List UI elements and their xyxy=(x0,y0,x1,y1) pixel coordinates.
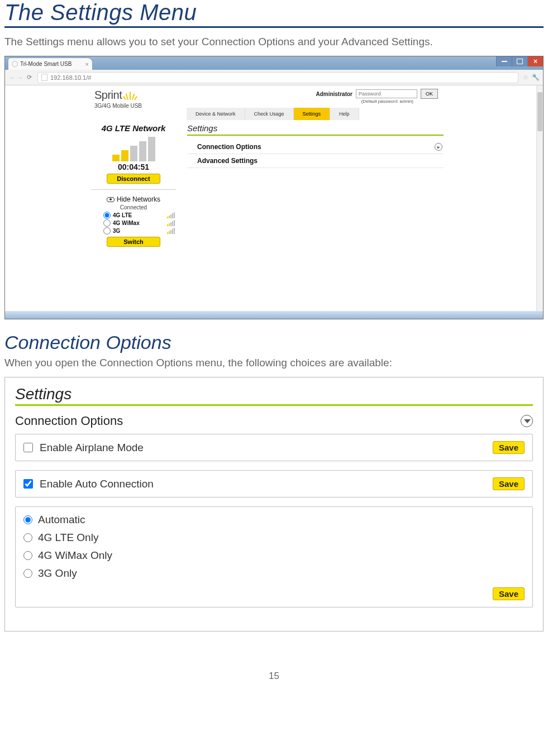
eye-icon xyxy=(107,197,115,202)
network-radio[interactable] xyxy=(103,227,111,235)
browser-tabstrip: Tri-Mode Smart USB × × xyxy=(5,56,543,70)
section-connection-options-title: Connection Options xyxy=(4,332,544,353)
lead-paragraph: The Settings menu allows you to set your… xyxy=(4,36,544,48)
left-panel: 4G LTE Network 00:04:51 Disconnect Hide … xyxy=(89,123,178,249)
mode-radio[interactable] xyxy=(23,533,32,542)
chevron-right-icon: ▸ xyxy=(435,143,442,151)
mode-radio[interactable] xyxy=(23,551,32,560)
auto-connection-label: Enable Auto Connection xyxy=(40,478,154,490)
admin-default-note: (Default password: admin) xyxy=(361,99,413,104)
option-auto-card: Enable Auto Connection Save xyxy=(15,470,533,497)
mode-label: 3G Only xyxy=(38,567,77,580)
reload-icon[interactable]: ⟳ xyxy=(24,74,34,81)
mode-label: 4G WiMax Only xyxy=(38,549,112,562)
mode-automatic[interactable]: Automatic xyxy=(23,514,525,526)
brand-text: Sprint xyxy=(94,89,122,102)
hide-networks-toggle[interactable]: Hide Networks xyxy=(89,195,178,203)
admin-label: Administrator xyxy=(316,91,352,97)
nav-device-network[interactable]: Device & Network xyxy=(187,108,245,120)
green-rule xyxy=(15,404,533,406)
site-body: Sprint 3G/4G Mobile USB Administrator OK… xyxy=(5,85,543,311)
settings-list: Connection Options ▸ Advanced Settings xyxy=(187,140,444,168)
connection-options-header[interactable]: Connection Options xyxy=(15,414,533,428)
screenshot-connection-options: Settings Connection Options Enable Airpl… xyxy=(4,377,544,631)
connected-label: Connected xyxy=(89,204,178,210)
page-number: 15 xyxy=(4,671,544,682)
bookmark-star-icon[interactable]: ☆ xyxy=(522,74,530,81)
sprint-fan-icon xyxy=(124,90,136,101)
hide-networks-label: Hide Networks xyxy=(117,195,160,203)
window-minimize-icon[interactable] xyxy=(496,56,512,66)
address-text: 192.168.10.1/# xyxy=(50,74,91,81)
address-bar[interactable]: 192.168.10.1/# xyxy=(37,72,518,83)
save-mode-button[interactable]: Save xyxy=(493,587,525,600)
tab-close-icon[interactable]: × xyxy=(85,61,89,68)
network-radio[interactable] xyxy=(103,212,111,219)
settings-panel: Settings Connection Options ▸ Advanced S… xyxy=(187,123,444,168)
forward-icon[interactable]: → xyxy=(16,74,24,81)
mode-label: 4G LTE Only xyxy=(38,532,98,544)
nav-check-usage[interactable]: Check Usage xyxy=(245,108,294,120)
settings-row-connection-options[interactable]: Connection Options ▸ xyxy=(187,140,444,154)
window-maximize-icon[interactable] xyxy=(512,56,527,66)
network-label: 4G LTE xyxy=(113,212,132,218)
settings-heading: Settings xyxy=(187,123,444,136)
network-list: 4G LTE 4G WiMax 3G xyxy=(103,212,178,235)
divider xyxy=(91,189,176,190)
scrollbar[interactable] xyxy=(536,85,543,311)
wrench-icon[interactable]: 🔧 xyxy=(532,74,540,81)
mode-3g-only[interactable]: 3G Only xyxy=(23,567,525,580)
signal-mini-icon xyxy=(167,212,175,218)
mode-label: Automatic xyxy=(38,514,85,526)
mode-radio[interactable] xyxy=(23,569,32,578)
section2-lead: When you open the Connection Options men… xyxy=(4,357,544,369)
network-option-3g[interactable]: 3G xyxy=(103,227,178,235)
save-auto-button[interactable]: Save xyxy=(493,477,525,490)
brand-subtitle: 3G/4G Mobile USB xyxy=(94,103,142,109)
switch-button[interactable]: Switch xyxy=(107,237,160,247)
signal-mini-icon xyxy=(167,220,175,226)
mode-4g-lte-only[interactable]: 4G LTE Only xyxy=(23,532,525,544)
tab-title: Tri-Mode Smart USB xyxy=(20,61,72,67)
network-radio[interactable] xyxy=(103,219,111,227)
auto-connection-checkbox[interactable] xyxy=(23,479,33,489)
browser-toolbar: ← → ⟳ 192.168.10.1/# ☆ 🔧 xyxy=(5,70,543,85)
signal-bars-icon xyxy=(89,136,178,161)
option-mode-card: Automatic 4G LTE Only 4G WiMax Only 3G O… xyxy=(15,506,533,607)
nav-help[interactable]: Help xyxy=(330,108,359,120)
nav-settings[interactable]: Settings xyxy=(294,108,331,120)
globe-icon xyxy=(12,61,18,67)
network-option-4g-lte[interactable]: 4G LTE xyxy=(103,212,178,219)
chevron-down-icon[interactable] xyxy=(521,415,533,427)
airplane-mode-label: Enable Airplane Mode xyxy=(40,442,144,454)
admin-password-input[interactable] xyxy=(356,89,417,98)
window-close-icon[interactable]: × xyxy=(527,56,543,66)
panel-heading: Settings xyxy=(15,385,533,403)
signal-mini-icon xyxy=(167,228,175,234)
back-icon[interactable]: ← xyxy=(8,74,16,81)
disconnect-button[interactable]: Disconnect xyxy=(107,174,160,184)
window-buttons: × xyxy=(496,56,543,66)
network-label: 3G xyxy=(113,228,120,234)
page-icon xyxy=(41,74,47,81)
top-nav: Device & Network Check Usage Settings He… xyxy=(187,108,359,120)
settings-row-label: Advanced Settings xyxy=(197,157,258,165)
network-label: 4G WiMax xyxy=(113,220,140,226)
settings-row-label: Connection Options xyxy=(197,143,261,151)
settings-row-advanced[interactable]: Advanced Settings xyxy=(187,154,444,168)
save-airplane-button[interactable]: Save xyxy=(493,441,525,454)
os-taskbar xyxy=(5,311,543,319)
connection-options-label: Connection Options xyxy=(15,414,123,428)
mode-radio[interactable] xyxy=(23,515,32,524)
screenshot-browser: Tri-Mode Smart USB × × ← → ⟳ 192.168.10.… xyxy=(4,56,544,319)
sprint-logo: Sprint 3G/4G Mobile USB xyxy=(94,89,142,109)
option-airplane-card: Enable Airplane Mode Save xyxy=(15,434,533,461)
scrollbar-thumb[interactable] xyxy=(537,92,542,131)
mode-4g-wimax-only[interactable]: 4G WiMax Only xyxy=(23,549,525,562)
page-title: The Settings Menu xyxy=(4,0,544,28)
admin-ok-button[interactable]: OK xyxy=(421,89,438,99)
browser-tab[interactable]: Tri-Mode Smart USB × xyxy=(8,58,92,70)
airplane-mode-checkbox[interactable] xyxy=(23,443,33,452)
admin-login: Administrator OK xyxy=(316,89,438,99)
network-option-4g-wimax[interactable]: 4G WiMax xyxy=(103,219,178,227)
